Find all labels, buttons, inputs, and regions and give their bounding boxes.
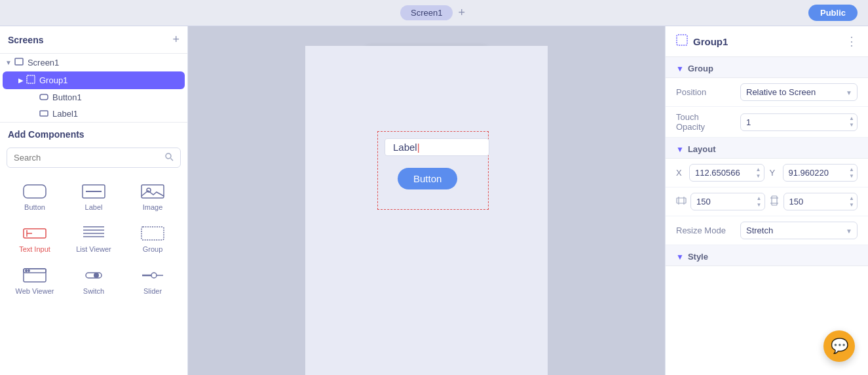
- component-group[interactable]: Group: [124, 219, 181, 258]
- component-group-label: Group: [143, 245, 163, 253]
- svg-point-26: [151, 273, 157, 278]
- component-switch[interactable]: Switch: [66, 261, 122, 300]
- position-select[interactable]: Relative to Screen Absolute Relative to …: [740, 83, 858, 101]
- group-section-header[interactable]: ▼ Group: [666, 57, 868, 78]
- touch-opacity-input[interactable]: [741, 114, 846, 130]
- components-grid: Button Label Image Text In: [0, 172, 187, 306]
- chevron-right-icon: ▶: [18, 77, 24, 84]
- spinner-down-button[interactable]: ▼: [846, 122, 857, 128]
- layout-section-header[interactable]: ▼ Layout: [666, 138, 868, 159]
- width-spinner-up[interactable]: ▲: [754, 195, 764, 202]
- button-component-icon: [23, 182, 47, 201]
- switch-component-icon: [82, 266, 105, 285]
- component-label[interactable]: Label: [66, 177, 122, 216]
- chat-fab-button[interactable]: 💬: [823, 330, 855, 362]
- tree-item-button1[interactable]: Button1: [0, 89, 187, 106]
- tree-item-label1[interactable]: Label1: [0, 106, 187, 122]
- svg-point-4: [166, 153, 171, 159]
- screens-add-button[interactable]: +: [172, 33, 179, 47]
- style-section-header[interactable]: ▼ Style: [666, 245, 868, 266]
- y-spinner-down[interactable]: ▼: [846, 173, 857, 180]
- search-input[interactable]: [14, 153, 160, 163]
- component-button[interactable]: Button: [7, 177, 63, 216]
- tab-screen1[interactable]: Screen1: [400, 5, 453, 20]
- svg-rect-41: [772, 196, 777, 205]
- svg-rect-2: [40, 94, 48, 100]
- button-widget[interactable]: Button: [398, 168, 457, 189]
- width-input[interactable]: [691, 193, 754, 210]
- position-row: Position Relative to Screen Absolute Rel…: [666, 78, 868, 107]
- component-text-input-label: Text Input: [19, 245, 50, 253]
- height-spinner-down[interactable]: ▼: [846, 202, 857, 208]
- component-slider[interactable]: Slider: [124, 261, 181, 300]
- resize-mode-row: Resize Mode Stretch Cover Contain ▼: [666, 216, 868, 245]
- tab-area: Screen1 +: [400, 5, 468, 20]
- x-input[interactable]: [690, 165, 753, 181]
- height-input[interactable]: [784, 193, 847, 210]
- svg-rect-0: [15, 58, 23, 65]
- label-widget[interactable]: Label|: [385, 138, 489, 156]
- web-component-icon: [23, 266, 47, 285]
- touch-opacity-input-wrapper: ▲ ▼: [740, 113, 858, 131]
- layout-chevron-icon: ▼: [676, 145, 684, 154]
- tree-label-group1: Group1: [39, 75, 67, 85]
- svg-rect-6: [24, 185, 46, 198]
- group-widget-border[interactable]: Label| Button: [377, 131, 489, 210]
- x-spinners: ▲ ▼: [753, 167, 764, 179]
- right-sidebar: Group1 ⋮ ▼ Group Position Relative to Sc…: [665, 26, 868, 375]
- image-component-icon: [141, 182, 164, 201]
- section-chevron-icon: ▼: [676, 64, 684, 73]
- svg-line-5: [171, 159, 174, 161]
- tree-item-screen1[interactable]: ▼ Screen1: [0, 54, 187, 71]
- height-input-wrapper: ▲ ▼: [783, 193, 858, 210]
- more-options-icon[interactable]: ⋮: [846, 34, 858, 49]
- component-web-label: Web Viewer: [16, 287, 54, 295]
- tree-label-screen1: Screen1: [28, 58, 59, 68]
- xy-row: X ▲ ▼ Y ▲ ▼: [666, 159, 868, 188]
- right-panel-header: Group1 ⋮: [666, 26, 868, 57]
- y-label: Y: [770, 168, 778, 178]
- tab-add-button[interactable]: +: [455, 6, 468, 20]
- canvas-widget: Label| Button: [377, 131, 489, 210]
- resize-mode-control: Stretch Cover Contain ▼: [740, 222, 858, 239]
- x-spinner-up[interactable]: ▲: [753, 167, 764, 173]
- spinner-up-button[interactable]: ▲: [846, 115, 857, 122]
- width-spinner-down[interactable]: ▼: [754, 202, 764, 208]
- touch-opacity-spinners: ▲ ▼: [846, 115, 857, 128]
- tree-item-group1[interactable]: ▶ Group1: [3, 71, 185, 89]
- component-label-label: Label: [85, 203, 103, 211]
- group-title-icon: [676, 34, 688, 49]
- chat-icon: 💬: [831, 338, 848, 355]
- style-chevron-icon: ▼: [676, 252, 684, 262]
- component-web-viewer[interactable]: Web Viewer: [7, 261, 63, 300]
- component-image[interactable]: Image: [124, 177, 181, 216]
- component-slider-label: Slider: [143, 287, 162, 295]
- left-sidebar: Screens + ▼ Screen1 ▶ Group1: [0, 26, 188, 375]
- label-text: Label: [393, 142, 417, 153]
- touch-opacity-label: TouchOpacity: [676, 112, 735, 132]
- screens-title: Screens: [8, 35, 43, 45]
- public-button[interactable]: Public: [808, 5, 858, 21]
- resize-mode-select-wrapper: Stretch Cover Contain ▼: [740, 222, 858, 239]
- svg-rect-9: [142, 185, 164, 198]
- resize-mode-label: Resize Mode: [676, 226, 735, 235]
- x-input-wrapper: ▲ ▼: [689, 164, 764, 182]
- height-spinner-up[interactable]: ▲: [846, 195, 857, 202]
- search-box: [7, 148, 181, 168]
- y-spinners: ▲ ▼: [846, 167, 857, 179]
- right-panel-title: Group1: [693, 36, 728, 47]
- canvas-area: Label| Button: [188, 26, 665, 375]
- component-list-label: List Viewer: [76, 245, 111, 253]
- component-text-input[interactable]: Text Input: [7, 219, 63, 258]
- chevron-down-icon: ▼: [5, 59, 12, 66]
- height-spinners: ▲ ▼: [846, 195, 857, 208]
- top-bar: Screen1 + Public: [0, 0, 868, 26]
- component-list-viewer[interactable]: List Viewer: [66, 219, 122, 258]
- x-spinner-down[interactable]: ▼: [753, 173, 764, 180]
- width-icon: [676, 195, 687, 208]
- component-button-label: Button: [24, 203, 45, 211]
- label-icon: [39, 109, 48, 119]
- resize-mode-select[interactable]: Stretch Cover Contain: [740, 222, 858, 239]
- y-input[interactable]: [783, 165, 847, 181]
- y-spinner-up[interactable]: ▲: [846, 167, 857, 173]
